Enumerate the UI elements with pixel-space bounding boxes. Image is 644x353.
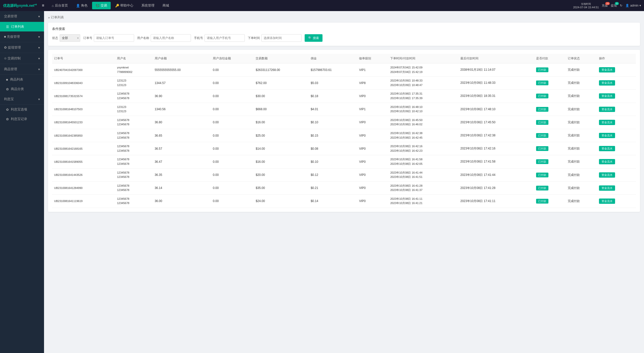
- cell-frozen: 0.00: [211, 103, 254, 116]
- sidebar-group-trade-control: ⊙ 交易控制 ▾: [0, 53, 44, 64]
- nav-item-system[interactable]: 系统管理: [138, 2, 158, 9]
- table-row: UB2310081642168165 1234567812345678 36.5…: [52, 142, 636, 155]
- time-field: 下单时间: [248, 34, 302, 42]
- top-navigation: 优选源码yxymk.netv6 ≡ ⌂ 后台首页 👤 角色 💱 交易 🔑 帮助中…: [0, 0, 644, 11]
- brand-version: v6: [34, 3, 37, 6]
- cell-commission: $0.08: [309, 142, 357, 155]
- action-button[interactable]: 资金流水: [599, 120, 615, 125]
- cell-action: 资金流水: [597, 129, 636, 142]
- col-vip: 做单级别: [357, 54, 388, 63]
- table-row: UB2310081648107503 123123123123 1340.56 …: [52, 103, 636, 116]
- action-button[interactable]: 资金流水: [599, 146, 615, 151]
- username-input[interactable]: [151, 34, 191, 42]
- order-no-field: 订单号: [83, 34, 134, 42]
- nav-item-dashboard[interactable]: ⌂ 后台首页: [48, 2, 71, 9]
- cell-vip: VIP1: [357, 103, 388, 116]
- table-body: UB2407041542097300 yxymknet7788899002 55…: [52, 63, 636, 208]
- sidebar-group-trade-control-header[interactable]: ⊙ 交易控制 ▾: [0, 53, 44, 64]
- search-bar: 状态 全部 已付款 未付款 完成付款 订单号: [52, 34, 636, 42]
- refresh-button[interactable]: ↻: [620, 4, 622, 7]
- sidebar-item-order-list[interactable]: ☰ 订单列表: [0, 22, 44, 31]
- cell-frozen: 0.00: [211, 63, 254, 76]
- cell-order-time: 2023年10月09日 10:48:332023年10月09日 10:48:47: [388, 76, 458, 90]
- search-button[interactable]: 🔍 搜索: [305, 34, 323, 42]
- sidebar-group-withdraw-header[interactable]: ✿ 提现管理 ▾: [0, 42, 44, 53]
- cell-username: yxymknet7788899002: [115, 63, 153, 76]
- action-button[interactable]: 资金流水: [599, 133, 615, 138]
- interest-options-icon: ✿: [6, 108, 9, 111]
- cell-vip: VIP0: [357, 142, 388, 155]
- sidebar-group-interest-header[interactable]: 利息宝 ▾: [0, 94, 44, 105]
- cell-order-time: 2023年10月08日 16:41:112023年10月08日 16:41:21: [388, 194, 458, 208]
- nav-item-trade[interactable]: 💱 交易: [92, 2, 111, 9]
- phone-input[interactable]: [205, 34, 245, 42]
- col-commission: 佣金: [309, 54, 357, 63]
- sidebar-item-interest-records[interactable]: ✿ 利息宝记录: [0, 114, 44, 124]
- refresh-icon: ↻: [620, 4, 622, 7]
- cell-last-pay: 2023年10月08日 17:41:28: [458, 181, 534, 194]
- cell-action: 资金流水: [597, 181, 636, 194]
- cell-frozen: 0.00: [211, 181, 254, 194]
- time-block: 当地时间 2024-07-04 15:44:51: [573, 2, 599, 9]
- sidebar-group-products-header[interactable]: 商品管理 ▾: [0, 64, 44, 75]
- cell-action: 资金流水: [597, 194, 636, 208]
- order-no-label: 订单号: [83, 36, 92, 40]
- nav-item-shop[interactable]: 商城: [159, 2, 173, 9]
- phone-label: 手机号: [194, 36, 203, 40]
- col-last-pay: 最后付款时间: [458, 54, 534, 63]
- action-button[interactable]: 资金流水: [599, 159, 615, 164]
- sidebar-item-interest-options[interactable]: ✿ 利息宝选项: [0, 105, 44, 114]
- cell-frozen: 0.00: [211, 90, 254, 103]
- withdraw-button[interactable]: 提现 0: [611, 4, 617, 8]
- sidebar-item-product-category[interactable]: ✿ 商品分类: [0, 84, 44, 94]
- sidebar-group-recharge-header[interactable]: ■ 充值管理 ▾: [0, 31, 44, 42]
- cell-amount: $14.00: [254, 142, 308, 155]
- table-row: UB2310081641119619 1234567812345678 36.0…: [52, 194, 636, 208]
- recharge-badge: 25: [605, 2, 610, 5]
- action-button[interactable]: 资金流水: [599, 172, 615, 178]
- cell-balance: 36.90: [153, 90, 211, 103]
- time-input[interactable]: [261, 34, 302, 42]
- cell-order-time: 2023年10月08日 16:42:162023年10月08日 16:42:23: [388, 142, 458, 155]
- cell-frozen: 0.00: [211, 76, 254, 90]
- nav-item-help[interactable]: 🔑 帮助中心: [112, 2, 137, 9]
- cell-username: 1234567812345678: [115, 142, 153, 155]
- breadcrumb-label: 订单列表: [51, 15, 64, 20]
- menu-toggle-icon[interactable]: ≡: [42, 3, 44, 8]
- nav-item-role[interactable]: 👤 角色: [72, 2, 91, 9]
- sidebar-group-trade-header[interactable]: 交易管理 ▾: [0, 11, 44, 22]
- interest-records-icon: ✿: [6, 117, 9, 121]
- cell-commission: $0.10: [309, 116, 357, 129]
- col-amount: 交易数额: [254, 54, 308, 63]
- recharge-button[interactable]: 充值 25: [602, 4, 608, 8]
- product-category-icon: ✿: [6, 87, 9, 91]
- cell-commission: $0.15: [309, 129, 357, 142]
- action-button[interactable]: 资金流水: [599, 67, 615, 72]
- cell-is-paid: 已付款: [534, 116, 566, 129]
- nav-right-section: 当地时间 2024-07-04 15:44:51 充值 25 提现 0 ↻ 👤 …: [573, 2, 641, 9]
- order-no-input[interactable]: [94, 34, 134, 42]
- table-header: 订单号 用户名 用户余额 用户冻结金额 交易数额 佣金 做单级别 下单时间/付款…: [52, 54, 636, 63]
- sidebar-item-product-list[interactable]: ■ 商品列表: [0, 75, 44, 84]
- cell-status: 完成付款: [566, 181, 597, 194]
- action-button[interactable]: 资金流水: [599, 107, 615, 112]
- sidebar-group-trade: 交易管理 ▾ ☰ 订单列表: [0, 11, 44, 31]
- action-button[interactable]: 资金流水: [599, 185, 615, 191]
- cell-commission: $0.21: [309, 181, 357, 194]
- cell-balance: 36.35: [153, 168, 211, 181]
- action-button[interactable]: 资金流水: [599, 80, 615, 86]
- admin-menu[interactable]: 👤 admin ▾: [625, 4, 641, 7]
- col-is-paid: 是否付款: [534, 54, 566, 63]
- cell-username: 1234567812345678: [115, 155, 153, 168]
- cell-amount: $24.00: [254, 194, 308, 208]
- cell-balance: 36.80: [153, 116, 211, 129]
- col-action: 操作: [597, 54, 636, 63]
- cell-order-no: UB2310081641589055: [52, 155, 115, 168]
- main-content: » 订单列表 条件搜索 状态 全部 已付款 未付款 完成付款: [44, 11, 644, 353]
- action-button[interactable]: 资金流水: [599, 93, 615, 99]
- cell-commission: $157986703.61: [309, 63, 357, 76]
- action-button[interactable]: 资金流水: [599, 199, 615, 204]
- cell-last-pay: 2023年10月08日 17:48:10: [458, 103, 534, 116]
- status-select[interactable]: 全部 已付款 未付款 完成付款: [60, 34, 80, 42]
- cell-order-time: 2023年10月08日 16:48:102023年10月09日 10:42:10: [388, 103, 458, 116]
